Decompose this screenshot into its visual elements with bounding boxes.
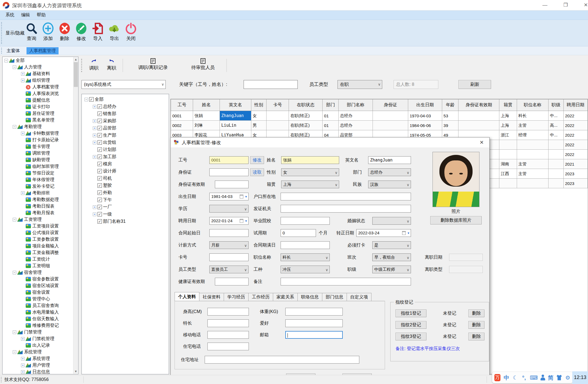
checkbox-checked-icon[interactable]: ✓ bbox=[97, 119, 102, 123]
regular-datepicker[interactable]: 2022-03-24▼ bbox=[356, 229, 411, 237]
checkbox-checked-icon[interactable]: ✓ bbox=[97, 212, 102, 216]
table-cell[interactable] bbox=[549, 169, 564, 179]
home-addr-input[interactable] bbox=[205, 356, 359, 364]
checkbox-checked-icon[interactable]: ✓ bbox=[97, 126, 102, 130]
nav-tree-item[interactable]: +基础资料 bbox=[3, 70, 73, 77]
menu-system[interactable]: 系统 bbox=[6, 12, 14, 18]
table-cell[interactable] bbox=[266, 111, 289, 121]
table-row[interactable]: 0002刘琳LiuLin男在职(转正)01总经办1984-06-0639上海主管… bbox=[171, 121, 588, 130]
nav-tree-item[interactable]: 打卡原始记录 bbox=[3, 137, 73, 143]
tab-personal-info[interactable]: 个人资料 bbox=[175, 292, 199, 301]
ime-chinese-mode-icon[interactable]: 中 bbox=[503, 375, 509, 381]
checkbox-checked-icon[interactable]: ✓ bbox=[97, 205, 102, 209]
rank-select[interactable]: 中级工程师∨ bbox=[372, 266, 411, 273]
table-cell[interactable] bbox=[549, 159, 564, 169]
table-cell[interactable]: 在职(转正) bbox=[289, 111, 323, 121]
table-cell[interactable] bbox=[266, 121, 289, 130]
fingerprint1-register-button[interactable]: 指纹1登记 bbox=[395, 309, 426, 317]
table-cell[interactable] bbox=[549, 140, 564, 150]
tab-detail-4[interactable]: 家庭关系 bbox=[273, 293, 298, 301]
column-header[interactable]: 职级 bbox=[549, 99, 564, 111]
column-header[interactable]: 卡号 bbox=[266, 99, 289, 111]
dialog-close-icon[interactable]: ✕ bbox=[478, 139, 486, 146]
tree-expand-toggle[interactable]: + bbox=[21, 72, 25, 76]
nav-tree-item[interactable]: −人力管理 bbox=[3, 64, 73, 70]
dept-select[interactable]: 总经办∨ bbox=[368, 168, 411, 176]
table-cell[interactable] bbox=[517, 140, 549, 150]
table-cell[interactable]: 中... bbox=[549, 130, 564, 140]
scroll-down-icon[interactable]: ▼ bbox=[73, 369, 78, 374]
table-cell[interactable]: LiuLin bbox=[220, 121, 251, 130]
resign-button[interactable]: 离职 bbox=[103, 58, 120, 71]
nav-tree-item[interactable]: 证卡打印 bbox=[3, 104, 73, 110]
nav-tree-item[interactable]: 宿舍区域设置 bbox=[3, 282, 73, 289]
nav-tree-item[interactable]: 居住证管理 bbox=[3, 110, 73, 117]
contract-end-input[interactable] bbox=[281, 241, 330, 249]
department-tree-item[interactable]: ✓下午 bbox=[84, 196, 169, 203]
tab-detail-6[interactable]: 部门信息 bbox=[322, 293, 347, 301]
table-cell[interactable]: 2022 bbox=[564, 150, 588, 159]
checkbox-checked-icon[interactable]: ✓ bbox=[97, 169, 102, 173]
health-valid-input[interactable] bbox=[215, 278, 249, 285]
checkbox-checked-icon[interactable]: ✓ bbox=[97, 219, 102, 224]
table-cell[interactable]: 总经办 bbox=[339, 121, 373, 130]
tree-expand-toggle[interactable]: − bbox=[13, 271, 16, 274]
nav-tree-item[interactable]: 考勤日报表 bbox=[3, 203, 73, 210]
minimize-button[interactable]: — bbox=[541, 2, 549, 8]
tree-expand-toggle[interactable]: − bbox=[13, 65, 16, 69]
tree-expand-toggle[interactable]: − bbox=[85, 98, 88, 101]
column-header[interactable]: 聘用日期 bbox=[564, 99, 588, 111]
pending-approval-button[interactable]: 待审批人员 bbox=[182, 58, 224, 71]
nav-tree-item[interactable]: 水电用量输入 bbox=[3, 309, 73, 316]
nav-tree-item[interactable]: −工资管理 bbox=[3, 216, 73, 223]
tree-expand-toggle[interactable]: + bbox=[21, 79, 25, 82]
tab-detail-1[interactable]: 社保资料 bbox=[199, 293, 224, 301]
checkbox-checked-icon[interactable]: ✓ bbox=[97, 140, 102, 145]
table-cell[interactable] bbox=[549, 179, 564, 188]
table-cell[interactable]: 01 bbox=[323, 121, 339, 130]
nav-tree-item[interactable]: 工资明细 bbox=[3, 263, 73, 269]
department-tree-item[interactable]: −✓全部 bbox=[84, 96, 169, 103]
column-header[interactable]: 年龄 bbox=[442, 99, 458, 111]
column-header[interactable]: 籍贯 bbox=[499, 99, 517, 111]
checkbox-checked-icon[interactable]: ✓ bbox=[97, 104, 102, 109]
table-cell[interactable]: 2023 bbox=[564, 169, 588, 179]
nav-tree-item[interactable]: −考勤管理 bbox=[3, 123, 73, 130]
nav-tree-item[interactable]: 宿舍设置 bbox=[3, 289, 73, 296]
email-input[interactable] bbox=[285, 331, 343, 339]
table-cell[interactable]: 科长 bbox=[517, 111, 549, 121]
nav-tree-item[interactable]: 发补卡登记 bbox=[3, 183, 73, 190]
table-cell[interactable]: 高... bbox=[549, 121, 564, 130]
tree-expand-toggle[interactable]: + bbox=[21, 132, 25, 135]
en-name-input[interactable]: ZhangJuan bbox=[368, 156, 411, 164]
skin-icon[interactable] bbox=[557, 375, 562, 380]
read-id-button[interactable]: 读取 bbox=[250, 168, 264, 176]
mobile-input[interactable] bbox=[207, 331, 249, 339]
show-hide-toggle[interactable]: 显示/隐藏 bbox=[6, 30, 24, 36]
table-cell[interactable]: 经理 bbox=[517, 130, 549, 140]
tree-expand-toggle[interactable]: + bbox=[93, 126, 96, 130]
checkbox-checked-icon[interactable]: ✓ bbox=[97, 183, 102, 188]
tab-detail-7[interactable]: 自定义项 bbox=[347, 293, 371, 301]
table-cell[interactable]: 中... bbox=[549, 111, 564, 121]
tab-main-window[interactable]: 主窗体 bbox=[4, 47, 23, 54]
remark-input[interactable] bbox=[281, 278, 411, 285]
issuer-input[interactable] bbox=[281, 205, 411, 213]
table-cell[interactable]: 01 bbox=[323, 111, 339, 121]
table-cell[interactable] bbox=[373, 111, 408, 121]
nav-tree-item[interactable]: −门禁管理 bbox=[3, 329, 73, 335]
tree-expand-toggle[interactable]: − bbox=[13, 218, 16, 221]
department-tree-item[interactable]: ✓设计师 bbox=[84, 168, 169, 175]
nav-tree-item[interactable]: 住宿天数输入 bbox=[3, 316, 73, 322]
tree-expand-toggle[interactable]: − bbox=[13, 125, 16, 129]
delete-db-photo-button[interactable]: 删除数据库照片 bbox=[430, 216, 482, 224]
fingerprint3-delete-button[interactable]: 删除 bbox=[468, 333, 484, 340]
table-cell[interactable]: 39 bbox=[442, 121, 458, 130]
nav-tree-item[interactable]: 缺勤管理 bbox=[3, 157, 73, 163]
query-button[interactable]: 查询 bbox=[23, 22, 40, 45]
native-select[interactable]: 上海∨ bbox=[281, 181, 339, 188]
tabrow-grip[interactable] bbox=[1, 48, 2, 54]
transfer-resign-records-button[interactable]: 调职/离职记录 bbox=[125, 58, 181, 71]
id-valid-input[interactable] bbox=[215, 181, 249, 188]
nav-tree-item[interactable]: +用户管理 bbox=[3, 362, 73, 369]
